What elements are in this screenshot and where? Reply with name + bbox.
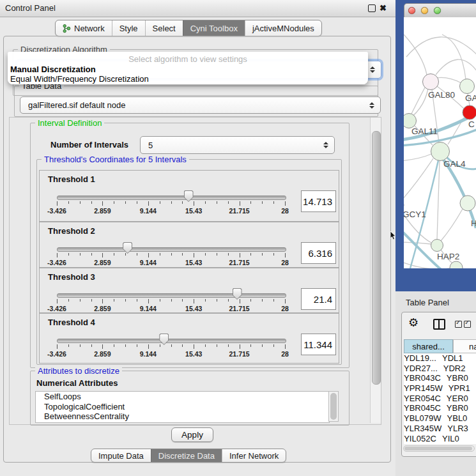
minimize-traffic-light[interactable] xyxy=(421,7,428,14)
tab-network[interactable]: Network xyxy=(56,20,112,36)
table-row[interactable]: YDR27...YDR2 xyxy=(404,364,476,374)
tab-discretize-data[interactable]: Discretize Data xyxy=(151,449,222,462)
name-cell[interactable]: YER0 xyxy=(441,394,476,404)
slider-thumb[interactable] xyxy=(123,242,132,254)
tab-style[interactable]: Style xyxy=(112,20,145,36)
node-table-body[interactable]: YDL19...YDL1YDR27...YDR2YBR043CYBR0YPR14… xyxy=(404,353,476,444)
mouse-cursor xyxy=(390,231,397,241)
table-row[interactable]: YPR145WYPR1 xyxy=(404,383,476,394)
tab-select[interactable]: Select xyxy=(145,20,183,36)
network-edge[interactable] xyxy=(441,209,463,241)
network-edge[interactable] xyxy=(437,160,440,239)
shared-name-cell[interactable]: YBR043C xyxy=(404,373,441,383)
name-cell[interactable]: YBR0 xyxy=(441,373,476,383)
slider-track[interactable] xyxy=(57,247,286,252)
threshold-value-field[interactable]: 6.316 xyxy=(301,242,336,264)
network-node[interactable] xyxy=(431,240,443,252)
shared-name-cell[interactable]: YDR27... xyxy=(404,364,438,374)
network-node[interactable] xyxy=(460,79,475,94)
tick-label: 15.43 xyxy=(185,305,202,312)
vertical-scrollbar[interactable] xyxy=(370,118,381,423)
name-cell[interactable]: YDL1 xyxy=(436,353,476,364)
shared-name-cell[interactable]: YDL19... xyxy=(404,353,436,364)
threshold-slider[interactable]: -3.4262.8599.14415.4321.71528 xyxy=(57,242,285,269)
scrollbar-thumb[interactable] xyxy=(330,393,337,420)
network-edge[interactable] xyxy=(404,154,431,161)
name-cell[interactable]: YIL0 xyxy=(436,434,476,444)
attribute-list-item[interactable]: SelfLoops xyxy=(36,392,329,402)
attribute-list-item[interactable]: BetweennessCentrality xyxy=(36,411,329,422)
numerical-attributes-list[interactable]: SelfLoopsTopologicalCoefficientBetweenne… xyxy=(35,391,330,423)
checkbox-icon[interactable]: ✓ xyxy=(455,321,462,328)
name-cell[interactable]: YLR3 xyxy=(441,424,476,434)
slider-track[interactable] xyxy=(57,196,286,200)
attributes-list-scrollbar[interactable] xyxy=(328,391,339,422)
scrollbar-thumb[interactable] xyxy=(372,131,381,385)
table-row[interactable]: YBL079WYBL0 xyxy=(404,413,476,424)
table-row[interactable]: YLR345WYLR3 xyxy=(404,424,476,434)
threshold-slider[interactable]: -3.4262.8599.14415.4321.71528 xyxy=(57,334,285,360)
threshold-value-field[interactable]: 11.344 xyxy=(301,334,336,355)
zoom-traffic-light[interactable] xyxy=(434,7,441,14)
network-node[interactable] xyxy=(423,74,439,90)
minor-tick xyxy=(182,344,183,347)
apply-button[interactable]: Apply xyxy=(171,427,213,442)
network-window-titlebar[interactable] xyxy=(404,3,476,19)
popup-option-equal-width-frequency[interactable]: Equal Width/Frequency Discretization xyxy=(10,74,149,84)
horizontal-scrollbar[interactable] xyxy=(403,445,475,452)
slider-thumb[interactable] xyxy=(184,190,194,202)
slider-thumb[interactable] xyxy=(233,288,242,300)
gear-icon[interactable]: ⚙ xyxy=(408,316,418,330)
tab-jactivemnodules[interactable]: jActiveMNodules xyxy=(245,20,321,36)
table-row[interactable]: YDL19...YDL1 xyxy=(404,353,476,364)
network-node[interactable] xyxy=(463,105,476,119)
shared-name-cell[interactable]: YBR045C xyxy=(404,403,441,413)
network-edge[interactable] xyxy=(436,77,461,83)
shared-name-cell[interactable]: YPR145W xyxy=(404,383,443,394)
split-columns-icon[interactable] xyxy=(433,319,445,330)
name-cell[interactable]: YPR1 xyxy=(443,383,476,394)
network-canvas[interactable]: GAL80GACGAL11GAL4GCY1HHAP2 xyxy=(404,17,476,268)
name-cell[interactable]: YDR2 xyxy=(438,364,476,374)
slider-track[interactable] xyxy=(57,293,286,298)
threshold-value-field[interactable]: 14.713 xyxy=(301,190,336,212)
shared-name-cell[interactable]: YBL079W xyxy=(404,413,441,424)
close-icon[interactable]: ✖ xyxy=(380,3,387,13)
table-row[interactable]: YER054CYER0 xyxy=(404,394,476,404)
tab-impute-data[interactable]: Impute Data xyxy=(91,449,151,462)
shared-name-cell[interactable]: YLR345W xyxy=(404,424,441,434)
table-data-combobox[interactable]: galFiltered.sif default node xyxy=(20,96,381,114)
number-of-intervals-combobox[interactable]: 5 xyxy=(140,136,335,154)
column-header-shared-name[interactable]: shared... xyxy=(404,339,453,353)
shared-name-cell[interactable]: YER054C xyxy=(404,394,441,404)
shared-name-cell[interactable]: YIL052C xyxy=(404,434,436,444)
threshold-slider[interactable]: -3.4262.8599.14415.4321.71528 xyxy=(57,288,285,315)
tab-cyni-toolbox[interactable]: Cyni Toolbox xyxy=(183,20,245,36)
threshold-value-field[interactable]: 21.4 xyxy=(301,288,336,310)
threshold-slider[interactable]: -3.4262.8599.14415.4321.71528 xyxy=(57,190,285,217)
network-node[interactable] xyxy=(460,196,475,211)
network-edge[interactable] xyxy=(442,35,466,79)
name-cell[interactable]: YBL0 xyxy=(441,413,476,424)
network-edge[interactable] xyxy=(404,158,433,201)
tab-infer-network[interactable]: Infer Network xyxy=(222,449,286,462)
table-row[interactable]: YIL052CYIL0 xyxy=(404,434,476,444)
network-node[interactable] xyxy=(431,142,450,161)
table-row[interactable]: YBR043CYBR0 xyxy=(404,373,476,383)
network-edge[interactable] xyxy=(406,37,476,57)
table-row[interactable]: YBR045CYBR0 xyxy=(404,403,476,413)
attribute-list-item[interactable]: TopologicalCoefficient xyxy=(36,402,329,412)
threshold-panel-4: Threshold 4-3.4262.8599.14415.4321.71528… xyxy=(39,313,339,364)
scrollbar-thumb[interactable] xyxy=(404,447,472,450)
float-window-icon[interactable] xyxy=(368,4,376,12)
slider-track[interactable] xyxy=(57,339,286,343)
name-cell[interactable]: YBR0 xyxy=(441,403,476,413)
checkbox-icon[interactable]: ✓ xyxy=(464,321,471,328)
network-edge[interactable] xyxy=(404,35,427,75)
popup-option-manual-discretization[interactable]: Manual Discretization xyxy=(10,65,96,74)
close-traffic-light[interactable] xyxy=(408,7,415,14)
column-header-name[interactable]: na xyxy=(453,339,476,353)
interval-definition-title: Interval Definition xyxy=(35,118,104,128)
slider-thumb[interactable] xyxy=(159,334,169,345)
network-edge[interactable] xyxy=(436,59,476,75)
